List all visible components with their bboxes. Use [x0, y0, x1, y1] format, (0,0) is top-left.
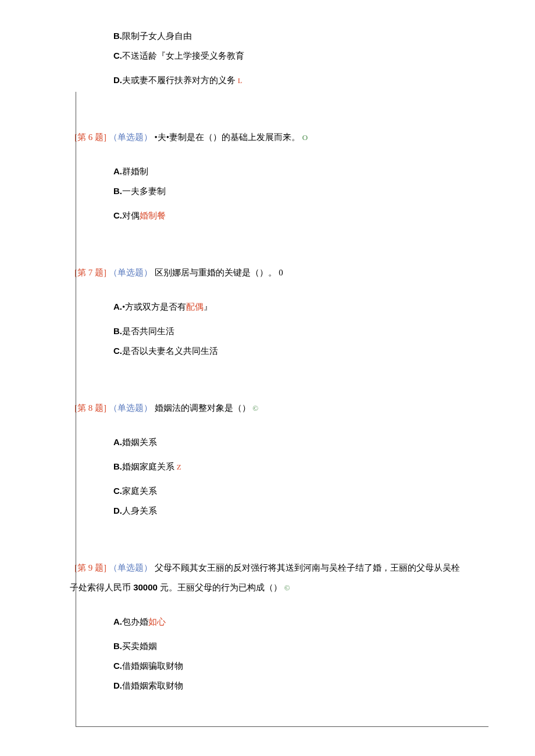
option-c: C.是否以夫妻名义共同生活 — [113, 344, 483, 358]
option-c: C.不送适龄『女上学接受义务教育 — [113, 49, 483, 63]
option-letter: C. — [113, 486, 122, 496]
question-8: [第 8 题] （单选题） 婚姻法的调整对象是（） © — [74, 399, 483, 418]
answer-mark: © — [284, 583, 290, 592]
question-type: （单选题） — [109, 132, 152, 142]
option-text: 借婚姻索取财物 — [122, 681, 183, 690]
option-letter: B. — [113, 186, 122, 196]
option-text: 不送适龄『女上学接受义务教育 — [122, 51, 244, 60]
option-text: 群婚制 — [122, 167, 148, 176]
question-stem-line2b: 元。王丽父母的行为已构成（） — [160, 583, 282, 592]
option-text: 夫或妻不履行扶养对方的义务 — [122, 76, 236, 85]
option-text: 包办婚 — [122, 617, 148, 626]
option-letter: D. — [113, 75, 122, 85]
question-number: [第 9 题] — [74, 563, 106, 572]
answer-mark: 0 — [279, 268, 283, 277]
option-b: B.限制子女人身自由 — [113, 29, 483, 43]
option-letter: B. — [113, 461, 122, 471]
option-letter: B. — [113, 31, 122, 41]
question-stem-bold: 30000 — [131, 582, 160, 592]
option-text: 借婚姻骗取财物 — [122, 661, 183, 671]
vertical-rule — [76, 92, 76, 727]
question-stem-line2a: 子处索得人民币 — [70, 583, 131, 592]
bottom-rule — [76, 726, 488, 727]
question-number: [第 8 题] — [74, 403, 106, 413]
option-d: D.夫或妻不履行扶养对方的义务 L — [113, 73, 483, 87]
option-text: 婚姻关系 — [122, 438, 157, 447]
option-text: 是否共同生活 — [122, 327, 174, 336]
option-text-highlight: 如心 — [148, 617, 166, 626]
option-c: C.家庭关系 — [113, 484, 483, 498]
option-c: C.对偶婚制餐 — [113, 209, 483, 223]
question-type: （单选题） — [109, 268, 152, 277]
option-text: 一夫多妻制 — [122, 187, 166, 196]
document-page: B.限制子女人身自由 C.不送适龄『女上学接受义务教育 D.夫或妻不履行扶养对方… — [0, 0, 535, 756]
question-7: [第 7 题] （单选题） 区别娜居与重婚的关键是（）。 0 — [74, 263, 483, 282]
answer-mark: O — [302, 133, 308, 142]
question-type: （单选题） — [109, 403, 152, 413]
option-letter: C. — [113, 346, 122, 356]
option-a: A.婚姻关系 — [113, 435, 483, 449]
option-d: D.借婚姻索取财物 — [113, 679, 483, 693]
option-text: •方或双方是否有 — [122, 302, 186, 311]
option-letter: A. — [113, 617, 122, 626]
option-letter: C. — [113, 51, 122, 60]
question-9: [第 9 题] （单选题） 父母不顾其女王丽的反对强行将其送到河南与吴栓子结了婚… — [74, 558, 483, 597]
option-letter: C. — [113, 210, 122, 220]
question-stem: •夫•妻制是在（）的基础上发展而来。 — [155, 132, 301, 142]
question-number: [第 6 题] — [74, 132, 106, 142]
question-6: [第 6 题] （单选题） •夫•妻制是在（）的基础上发展而来。 O — [74, 128, 483, 147]
question-stem-line1: 父母不顾其女王丽的反对强行将其送到河南与吴栓子结了婚，王丽的父母从吴栓 — [155, 563, 460, 572]
option-text-tail: 』 — [204, 302, 212, 311]
option-letter: B. — [113, 641, 122, 651]
option-text: 家庭关系 — [122, 486, 157, 496]
option-b: B.婚姻家庭关系 Z — [113, 460, 483, 474]
option-text: 限制子女人身自由 — [122, 31, 192, 41]
option-text: 是否以夫妻名义共同生活 — [122, 346, 218, 356]
option-letter: C. — [113, 661, 122, 671]
option-text: 婚姻家庭关系 — [122, 462, 174, 471]
option-text-highlight: 婚制餐 — [140, 211, 166, 220]
option-d: D.人身关系 — [113, 504, 483, 518]
option-letter: B. — [113, 326, 122, 336]
option-a: A.群婚制 — [113, 164, 483, 178]
option-letter: D. — [113, 680, 122, 690]
answer-mark: Z — [177, 463, 181, 471]
option-b: B.买卖婚姻 — [113, 639, 483, 653]
option-c: C.借婚姻骗取财物 — [113, 659, 483, 673]
option-text-highlight: 配偶 — [186, 302, 204, 311]
question-type: （单选题） — [109, 563, 152, 572]
option-letter: D. — [113, 506, 122, 515]
option-text: 对偶 — [122, 211, 140, 220]
option-text: 人身关系 — [122, 506, 157, 515]
option-text: 买卖婚姻 — [122, 642, 157, 651]
option-letter: A. — [113, 166, 122, 176]
option-a: A.•方或双方是否有配偶』 — [113, 300, 483, 314]
option-b: B.一夫多妻制 — [113, 184, 483, 198]
answer-mark: L — [238, 76, 242, 85]
question-stem: 婚姻法的调整对象是（） — [155, 403, 251, 413]
option-letter: A. — [113, 437, 122, 447]
question-number: [第 7 题] — [74, 268, 106, 277]
option-b: B.是否共同生活 — [113, 324, 483, 338]
answer-mark: © — [252, 404, 258, 413]
question-stem: 区别娜居与重婚的关键是（）。 — [155, 268, 277, 277]
option-a: A.包办婚如心 — [113, 615, 483, 629]
option-letter: A. — [113, 302, 122, 311]
